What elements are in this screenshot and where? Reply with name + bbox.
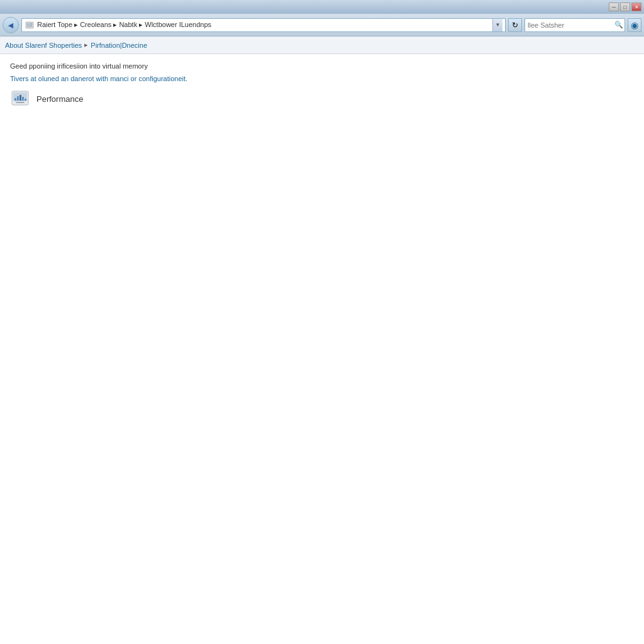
extra-icon: ◉ bbox=[631, 20, 638, 30]
breadcrumb-separator-1: ▸ bbox=[84, 41, 88, 49]
svg-rect-2 bbox=[30, 23, 32, 24]
description-sub-link[interactable]: Tivers at oluned an danerot with manci o… bbox=[10, 75, 634, 82]
svg-rect-8 bbox=[17, 96, 19, 101]
performance-icon-container bbox=[10, 89, 30, 109]
address-bar-icon bbox=[25, 20, 35, 30]
svg-rect-11 bbox=[25, 99, 26, 101]
svg-rect-7 bbox=[14, 98, 16, 101]
items-section: Performance bbox=[10, 87, 634, 110]
svg-rect-9 bbox=[19, 95, 21, 101]
minimize-button[interactable]: ─ bbox=[609, 3, 619, 11]
svg-rect-10 bbox=[22, 97, 24, 101]
address-bar: ◄ Raiert Tope ▸ Creoleans ▸ Nabtk ▸ Wlct… bbox=[0, 14, 644, 36]
svg-rect-4 bbox=[27, 26, 32, 26]
breadcrumb-performance-direction[interactable]: Pirfnation|Dnecine bbox=[91, 42, 147, 49]
address-dropdown-button[interactable]: ▼ bbox=[492, 19, 502, 31]
restore-button[interactable]: □ bbox=[620, 3, 630, 11]
back-button[interactable]: ◄ bbox=[3, 17, 19, 33]
search-icon[interactable]: 🔍 bbox=[614, 20, 623, 30]
svg-rect-3 bbox=[30, 25, 32, 25]
address-text: Raiert Tope ▸ Creoleans ▸ Nabtk ▸ Wlctbo… bbox=[37, 21, 490, 29]
content-area: Geed pponiing irificesiion into virtual … bbox=[0, 54, 644, 118]
address-input-wrap[interactable]: Raiert Tope ▸ Creoleans ▸ Nabtk ▸ Wlctbo… bbox=[21, 18, 506, 32]
performance-item-row[interactable]: Performance bbox=[10, 87, 634, 110]
breadcrumb-bar: About Slarenf Shoperties ▸ Pirfnation|Dn… bbox=[0, 36, 644, 54]
svg-rect-12 bbox=[16, 102, 25, 103]
description-text: Geed pponiing irificesiion into virtual … bbox=[10, 62, 634, 71]
search-input[interactable] bbox=[528, 21, 614, 29]
svg-rect-1 bbox=[27, 23, 30, 25]
close-button[interactable]: ✕ bbox=[631, 3, 641, 11]
refresh-button[interactable]: ↻ bbox=[508, 18, 522, 32]
extra-button[interactable]: ◉ bbox=[628, 18, 641, 32]
search-bar[interactable]: 🔍 bbox=[525, 18, 625, 32]
breadcrumb-about-system[interactable]: About Slarenf Shoperties bbox=[5, 42, 82, 49]
window-controls: ─ □ ✕ bbox=[609, 3, 641, 11]
title-bar: ─ □ ✕ bbox=[0, 0, 644, 14]
performance-icon bbox=[11, 89, 30, 108]
performance-label: Performance bbox=[36, 94, 83, 104]
